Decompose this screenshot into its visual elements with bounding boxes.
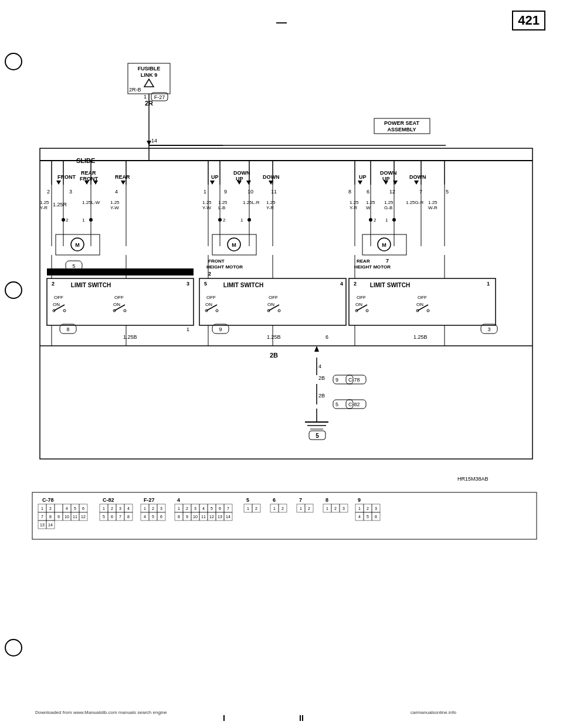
svg-text:M: M bbox=[75, 242, 80, 248]
svg-point-165 bbox=[366, 309, 368, 312]
svg-text:REAR: REAR bbox=[115, 174, 130, 180]
svg-text:2B: 2B bbox=[270, 352, 278, 359]
svg-point-149 bbox=[392, 218, 396, 222]
svg-point-64 bbox=[124, 309, 126, 312]
svg-text:9: 9 bbox=[186, 515, 188, 519]
svg-text:7: 7 bbox=[299, 497, 302, 503]
svg-text:4: 4 bbox=[144, 515, 146, 519]
svg-point-94 bbox=[247, 218, 251, 222]
svg-text:Downloaded from www.Manualslib: Downloaded from www.Manualslib.com manua… bbox=[35, 710, 167, 715]
svg-marker-28 bbox=[121, 181, 126, 185]
svg-rect-51 bbox=[47, 278, 194, 325]
svg-text:11: 11 bbox=[271, 189, 277, 195]
svg-text:2: 2 bbox=[111, 506, 113, 511]
svg-text:8: 8 bbox=[178, 515, 180, 519]
svg-text:3: 3 bbox=[194, 506, 196, 511]
svg-text:Y-R: Y-R bbox=[350, 205, 357, 210]
svg-text:OFF: OFF bbox=[269, 295, 278, 300]
svg-text:5: 5 bbox=[246, 497, 249, 503]
svg-marker-75 bbox=[246, 181, 251, 185]
svg-text:1: 1 bbox=[144, 94, 147, 100]
svg-text:2: 2 bbox=[223, 217, 226, 223]
svg-text:1.25B: 1.25B bbox=[123, 334, 137, 340]
svg-text:HEIGHT MOTOR: HEIGHT MOTOR bbox=[206, 264, 243, 270]
svg-text:LIMIT SWITCH: LIMIT SWITCH bbox=[71, 282, 111, 288]
svg-text:1: 1 bbox=[178, 506, 180, 511]
svg-text:1: 1 bbox=[240, 217, 243, 223]
svg-text:1: 1 bbox=[358, 506, 361, 511]
svg-text:M: M bbox=[382, 242, 386, 248]
svg-marker-177 bbox=[314, 346, 319, 352]
svg-text:1.25: 1.25 bbox=[428, 200, 437, 205]
svg-text:9: 9 bbox=[219, 326, 222, 332]
svg-text:3: 3 bbox=[119, 506, 121, 511]
svg-text:1: 1 bbox=[41, 506, 43, 511]
svg-text:1: 1 bbox=[204, 189, 206, 195]
svg-marker-124 bbox=[358, 181, 362, 185]
svg-point-115 bbox=[278, 309, 280, 312]
svg-marker-74 bbox=[237, 181, 242, 185]
svg-text:6: 6 bbox=[111, 515, 113, 519]
svg-text:3: 3 bbox=[69, 189, 72, 195]
svg-text:1: 1 bbox=[273, 506, 276, 511]
svg-point-59 bbox=[63, 309, 66, 312]
svg-point-44 bbox=[89, 218, 93, 222]
svg-text:9: 9 bbox=[57, 515, 60, 519]
svg-text:I: I bbox=[223, 713, 225, 723]
svg-text:14: 14 bbox=[151, 138, 157, 144]
svg-text:2R: 2R bbox=[145, 100, 153, 107]
svg-text:2: 2 bbox=[255, 506, 257, 511]
svg-text:7: 7 bbox=[119, 515, 121, 519]
svg-text:5: 5 bbox=[72, 263, 75, 269]
svg-text:ON: ON bbox=[267, 302, 274, 307]
svg-text:2: 2 bbox=[186, 506, 188, 511]
svg-text:4: 4 bbox=[115, 189, 118, 195]
svg-point-147 bbox=[369, 218, 372, 222]
svg-text:6: 6 bbox=[82, 506, 84, 511]
svg-text:1.25B: 1.25B bbox=[267, 334, 281, 340]
svg-text:LINK 9: LINK 9 bbox=[141, 72, 158, 78]
svg-text:9: 9 bbox=[224, 189, 227, 195]
svg-text:4: 4 bbox=[177, 497, 180, 503]
svg-text:2B: 2B bbox=[318, 393, 325, 399]
svg-text:HEIGHT MOTOR: HEIGHT MOTOR bbox=[354, 264, 391, 270]
svg-text:2: 2 bbox=[47, 189, 50, 195]
svg-text:9: 9 bbox=[335, 377, 338, 383]
svg-marker-3 bbox=[144, 79, 154, 87]
svg-text:6: 6 bbox=[325, 334, 328, 340]
svg-text:II: II bbox=[299, 713, 304, 723]
svg-text:5: 5 bbox=[152, 515, 154, 519]
svg-marker-25 bbox=[56, 181, 61, 185]
svg-text:1: 1 bbox=[300, 506, 302, 511]
svg-text:ON: ON bbox=[113, 302, 120, 307]
svg-text:HR15M38AB: HR15M38AB bbox=[457, 476, 489, 482]
svg-text:5: 5 bbox=[204, 281, 207, 287]
svg-text:1.25: 1.25 bbox=[350, 200, 359, 205]
svg-text:C-82: C-82 bbox=[348, 402, 360, 407]
svg-text:Y-W: Y-W bbox=[202, 205, 211, 210]
svg-text:2: 2 bbox=[208, 271, 211, 277]
svg-text:3: 3 bbox=[375, 506, 377, 511]
svg-text:1: 1 bbox=[326, 506, 328, 511]
svg-text:8: 8 bbox=[49, 515, 52, 519]
svg-text:1.25: 1.25 bbox=[40, 200, 49, 205]
svg-text:1.25: 1.25 bbox=[202, 200, 212, 205]
svg-point-110 bbox=[216, 309, 218, 312]
svg-text:OFF: OFF bbox=[418, 295, 427, 300]
svg-text:13: 13 bbox=[218, 515, 222, 519]
svg-text:6: 6 bbox=[219, 506, 221, 511]
svg-text:2: 2 bbox=[152, 506, 154, 511]
svg-text:7: 7 bbox=[41, 515, 43, 519]
svg-text:OFF: OFF bbox=[357, 295, 366, 300]
svg-text:OFF: OFF bbox=[206, 295, 216, 300]
svg-text:DOWN: DOWN bbox=[409, 174, 426, 180]
svg-text:5: 5 bbox=[316, 433, 319, 439]
svg-text:3: 3 bbox=[342, 506, 345, 511]
svg-text:7: 7 bbox=[386, 258, 389, 264]
circuit-diagram: FUSIBLE LINK 9 2R-B 1 F-27 POWER SEAT AS… bbox=[0, 0, 563, 728]
svg-text:M: M bbox=[232, 242, 236, 248]
svg-text:UP: UP bbox=[359, 174, 367, 180]
svg-text:6: 6 bbox=[160, 515, 162, 519]
svg-marker-127 bbox=[414, 181, 419, 185]
svg-text:8: 8 bbox=[127, 515, 130, 519]
